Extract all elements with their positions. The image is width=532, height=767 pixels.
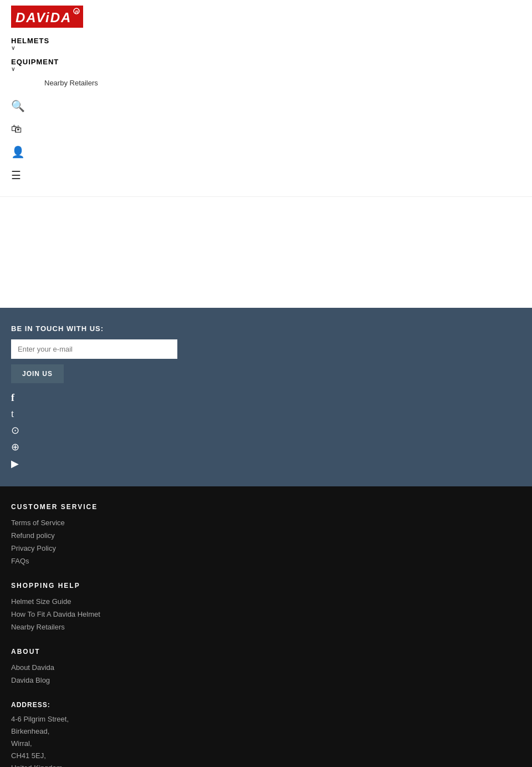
customer-service-section: CUSTOMER SERVICE Terms of Service Refund… bbox=[11, 503, 521, 565]
logo[interactable]: DAViDA R bbox=[11, 6, 83, 28]
equipment-caret: ∨ bbox=[11, 66, 521, 72]
header: DAViDA R HELMETS ∨ EQUIPMENT ∨ Nearby Re… bbox=[0, 0, 532, 197]
social-icons: f t ⊙ ⊕ ▶ bbox=[11, 392, 521, 470]
pinterest-icon[interactable]: ⊕ bbox=[11, 441, 22, 453]
how-to-fit-link[interactable]: How To Fit A Davida Helmet bbox=[11, 610, 521, 618]
address-section: ADDRESS: 4-6 Pilgrim Street, Birkenhead,… bbox=[11, 701, 521, 767]
join-us-button[interactable]: JOIN US bbox=[11, 364, 64, 383]
nav-item-helmets[interactable]: HELMETS ∨ bbox=[11, 33, 521, 54]
main-content bbox=[0, 197, 532, 308]
icon-row: 🔍 🛍 👤 ☰ bbox=[11, 90, 521, 191]
about-section: ABOUT About Davida Davida Blog bbox=[11, 648, 521, 684]
sub-nav-nearby-retailers[interactable]: Nearby Retailers bbox=[11, 75, 521, 90]
address-label: ADDRESS: bbox=[11, 701, 521, 709]
privacy-link[interactable]: Privacy Policy bbox=[11, 544, 521, 552]
email-input[interactable] bbox=[11, 339, 177, 359]
address-line-1: 4-6 Pilgrim Street, bbox=[11, 713, 521, 725]
davida-blog-link[interactable]: Davida Blog bbox=[11, 676, 521, 684]
address-line-4: CH41 5EJ, bbox=[11, 750, 521, 762]
address-line-2: Birkenhead, bbox=[11, 725, 521, 738]
helmets-caret: ∨ bbox=[11, 45, 521, 51]
newsletter-title: BE IN TOUCH WITH US: bbox=[11, 324, 521, 333]
about-davida-link[interactable]: About Davida bbox=[11, 663, 521, 672]
refund-link[interactable]: Refund policy bbox=[11, 531, 521, 540]
youtube-icon[interactable]: ▶ bbox=[11, 458, 22, 470]
menu-icon[interactable]: ☰ bbox=[11, 169, 521, 182]
about-heading: ABOUT bbox=[11, 648, 521, 656]
address-line-3: Wirral, bbox=[11, 738, 521, 750]
main-nav: HELMETS ∨ EQUIPMENT ∨ bbox=[11, 33, 521, 75]
twitter-icon[interactable]: t bbox=[11, 408, 22, 420]
nearby-retailers-link[interactable]: Nearby Retailers bbox=[11, 623, 521, 631]
newsletter-section: BE IN TOUCH WITH US: JOIN US f t ⊙ ⊕ ▶ bbox=[0, 308, 532, 486]
user-icon[interactable]: 👤 bbox=[11, 145, 521, 159]
footer: CUSTOMER SERVICE Terms of Service Refund… bbox=[0, 486, 532, 767]
shopping-help-heading: SHOPPING HELP bbox=[11, 582, 521, 590]
svg-text:R: R bbox=[75, 9, 80, 14]
search-icon[interactable]: 🔍 bbox=[11, 99, 521, 113]
shopping-help-section: SHOPPING HELP Helmet Size Guide How To F… bbox=[11, 582, 521, 631]
svg-text:DAViDA: DAViDA bbox=[16, 10, 71, 25]
terms-link[interactable]: Terms of Service bbox=[11, 519, 521, 527]
nav-item-equipment[interactable]: EQUIPMENT ∨ bbox=[11, 54, 521, 75]
faqs-link[interactable]: FAQs bbox=[11, 557, 521, 565]
cart-icon[interactable]: 🛍 bbox=[11, 123, 521, 135]
facebook-icon[interactable]: f bbox=[11, 392, 22, 404]
customer-service-heading: CUSTOMER SERVICE bbox=[11, 503, 521, 511]
address-line-5: United Kingdom bbox=[11, 762, 521, 767]
instagram-icon[interactable]: ⊙ bbox=[11, 424, 22, 436]
logo-image: DAViDA R bbox=[11, 6, 83, 28]
helmet-size-guide-link[interactable]: Helmet Size Guide bbox=[11, 597, 521, 606]
